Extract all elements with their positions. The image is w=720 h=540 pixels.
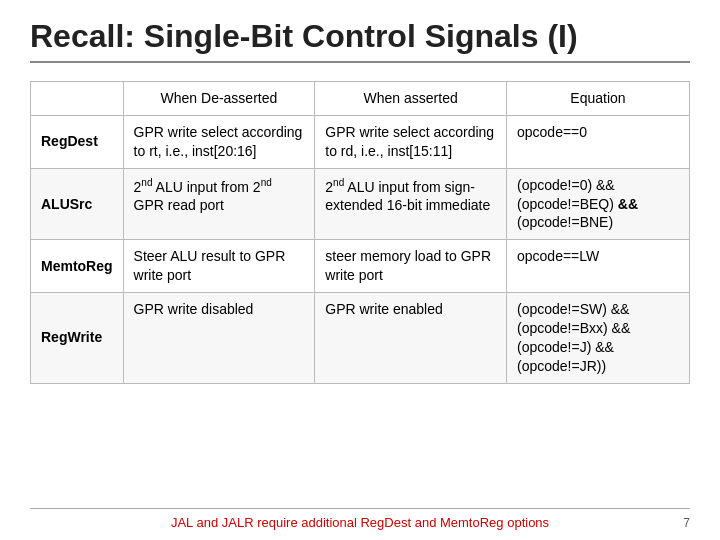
page-number: 7 — [683, 516, 690, 530]
header-label — [31, 82, 124, 116]
page-title: Recall: Single-Bit Control Signals (I) — [30, 18, 690, 63]
footer-highlight: JAL and JALR require additional RegDest … — [171, 515, 549, 530]
table-row: RegWrite GPR write disabled GPR write en… — [31, 293, 690, 384]
cell-regwrite-equation: (opcode!=SW) &&(opcode!=Bxx) &&(opcode!=… — [507, 293, 690, 384]
cell-alusrc-equation: (opcode!=0) &&(opcode!=BEQ) &&(opcode!=B… — [507, 168, 690, 240]
footer: JAL and JALR require additional RegDest … — [30, 508, 690, 530]
table-row: RegDest GPR write select according to rt… — [31, 115, 690, 168]
cell-alusrc-deasserted: 2nd ALU input from 2nd GPR read port — [123, 168, 315, 240]
row-label-regwrite: RegWrite — [31, 293, 124, 384]
cell-memtoreg-deasserted: Steer ALU result to GPR write port — [123, 240, 315, 293]
cell-memtoreg-equation: opcode==LW — [507, 240, 690, 293]
cell-regdest-deasserted: GPR write select according to rt, i.e., … — [123, 115, 315, 168]
footer-text: JAL and JALR require additional RegDest … — [171, 515, 549, 530]
cell-memtoreg-asserted: steer memory load to GPR write port — [315, 240, 507, 293]
row-label-regdest: RegDest — [31, 115, 124, 168]
cell-regdest-equation: opcode==0 — [507, 115, 690, 168]
row-label-alusrc: ALUSrc — [31, 168, 124, 240]
header-equation: Equation — [507, 82, 690, 116]
page: Recall: Single-Bit Control Signals (I) W… — [0, 0, 720, 540]
header-asserted: When asserted — [315, 82, 507, 116]
table-row: ALUSrc 2nd ALU input from 2nd GPR read p… — [31, 168, 690, 240]
cell-alusrc-asserted: 2nd ALU input from sign-extended 16-bit … — [315, 168, 507, 240]
row-label-memtoreg: MemtoReg — [31, 240, 124, 293]
signals-table: When De-asserted When asserted Equation … — [30, 81, 690, 384]
table-row: MemtoReg Steer ALU result to GPR write p… — [31, 240, 690, 293]
cell-regwrite-deasserted: GPR write disabled — [123, 293, 315, 384]
header-deasserted: When De-asserted — [123, 82, 315, 116]
cell-regwrite-asserted: GPR write enabled — [315, 293, 507, 384]
cell-regdest-asserted: GPR write select according to rd, i.e., … — [315, 115, 507, 168]
